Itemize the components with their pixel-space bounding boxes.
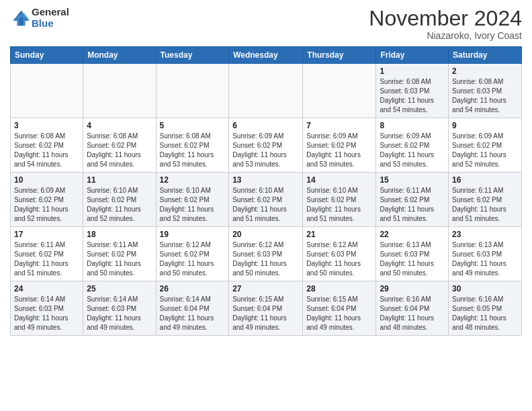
day-info: Sunrise: 6:12 AM Sunset: 6:03 PM Dayligh… [232,240,299,278]
day-info: Sunrise: 6:10 AM Sunset: 6:02 PM Dayligh… [232,186,299,224]
calendar-day: 8Sunrise: 6:09 AM Sunset: 6:02 PM Daylig… [376,118,449,173]
day-info: Sunrise: 6:08 AM Sunset: 6:03 PM Dayligh… [380,77,445,115]
day-info: Sunrise: 6:15 AM Sunset: 6:04 PM Dayligh… [306,295,372,332]
calendar-day: 4Sunrise: 6:08 AM Sunset: 6:02 PM Daylig… [83,118,156,173]
calendar-day: 30Sunrise: 6:16 AM Sunset: 6:05 PM Dayli… [449,281,522,336]
day-info: Sunrise: 6:09 AM Sunset: 6:02 PM Dayligh… [232,132,299,169]
logo-general-text: General [32,7,69,18]
day-number: 30 [452,284,518,293]
day-info: Sunrise: 6:08 AM Sunset: 6:02 PM Dayligh… [87,132,152,169]
logo: General Blue [10,7,69,29]
weekday-header-wednesday: Wednesday [229,47,303,64]
weekday-header-row: SundayMondayTuesdayWednesdayThursdayFrid… [11,47,522,64]
day-number: 1 [380,66,445,76]
day-number: 8 [380,121,445,130]
calendar-day: 1Sunrise: 6:08 AM Sunset: 6:03 PM Daylig… [376,64,449,118]
calendar-day: 7Sunrise: 6:09 AM Sunset: 6:02 PM Daylig… [303,118,376,173]
calendar-day: 24Sunrise: 6:14 AM Sunset: 6:03 PM Dayli… [11,281,83,336]
day-info: Sunrise: 6:11 AM Sunset: 6:02 PM Dayligh… [380,186,445,224]
calendar-day [229,64,303,118]
logo-text: General Blue [32,7,69,29]
calendar-day: 3Sunrise: 6:08 AM Sunset: 6:02 PM Daylig… [11,118,83,173]
day-info: Sunrise: 6:10 AM Sunset: 6:02 PM Dayligh… [160,186,226,224]
calendar-day: 16Sunrise: 6:11 AM Sunset: 6:02 PM Dayli… [449,173,522,227]
day-number: 21 [306,230,372,239]
day-number: 18 [87,230,152,239]
day-number: 16 [452,175,518,185]
weekday-header-tuesday: Tuesday [156,47,229,64]
day-number: 25 [87,284,152,293]
day-number: 14 [306,175,372,185]
day-number: 13 [232,175,299,185]
logo-blue-text: Blue [32,18,69,30]
day-info: Sunrise: 6:12 AM Sunset: 6:02 PM Dayligh… [160,240,226,278]
day-info: Sunrise: 6:14 AM Sunset: 6:03 PM Dayligh… [14,295,79,332]
day-info: Sunrise: 6:15 AM Sunset: 6:04 PM Dayligh… [232,295,299,332]
day-number: 17 [14,230,79,239]
day-number: 3 [14,121,79,130]
header: General Blue November 2024 Niazaroko, Iv… [10,7,522,41]
day-info: Sunrise: 6:11 AM Sunset: 6:02 PM Dayligh… [14,240,79,278]
calendar-week-1: 1Sunrise: 6:08 AM Sunset: 6:03 PM Daylig… [11,64,522,118]
calendar-day [83,64,156,118]
day-number: 23 [452,230,518,239]
calendar-day: 25Sunrise: 6:14 AM Sunset: 6:03 PM Dayli… [83,281,156,336]
day-number: 9 [452,121,518,130]
title-block: November 2024 Niazaroko, Ivory Coast [369,7,522,41]
calendar-day: 14Sunrise: 6:10 AM Sunset: 6:02 PM Dayli… [303,173,376,227]
day-number: 22 [380,230,445,239]
day-info: Sunrise: 6:08 AM Sunset: 6:03 PM Dayligh… [452,77,518,115]
day-info: Sunrise: 6:12 AM Sunset: 6:03 PM Dayligh… [306,240,372,278]
calendar: SundayMondayTuesdayWednesdayThursdayFrid… [10,46,522,336]
calendar-week-3: 10Sunrise: 6:09 AM Sunset: 6:02 PM Dayli… [11,173,522,227]
calendar-day: 15Sunrise: 6:11 AM Sunset: 6:02 PM Dayli… [376,173,449,227]
day-number: 10 [14,175,79,185]
calendar-day: 6Sunrise: 6:09 AM Sunset: 6:02 PM Daylig… [229,118,303,173]
calendar-day [156,64,229,118]
day-info: Sunrise: 6:13 AM Sunset: 6:03 PM Dayligh… [452,240,518,278]
day-info: Sunrise: 6:08 AM Sunset: 6:02 PM Dayligh… [160,132,226,169]
day-number: 6 [232,121,299,130]
calendar-day: 29Sunrise: 6:16 AM Sunset: 6:04 PM Dayli… [376,281,449,336]
weekday-header-thursday: Thursday [303,47,376,64]
day-info: Sunrise: 6:10 AM Sunset: 6:02 PM Dayligh… [306,186,372,224]
calendar-day: 19Sunrise: 6:12 AM Sunset: 6:02 PM Dayli… [156,227,229,281]
calendar-day [303,64,376,118]
calendar-day: 28Sunrise: 6:15 AM Sunset: 6:04 PM Dayli… [303,281,376,336]
calendar-day: 18Sunrise: 6:11 AM Sunset: 6:02 PM Dayli… [83,227,156,281]
day-info: Sunrise: 6:16 AM Sunset: 6:05 PM Dayligh… [452,295,518,332]
calendar-week-4: 17Sunrise: 6:11 AM Sunset: 6:02 PM Dayli… [11,227,522,281]
day-info: Sunrise: 6:14 AM Sunset: 6:03 PM Dayligh… [87,295,152,332]
day-number: 27 [232,284,299,293]
calendar-day: 2Sunrise: 6:08 AM Sunset: 6:03 PM Daylig… [449,64,522,118]
day-number: 2 [452,66,518,76]
day-info: Sunrise: 6:14 AM Sunset: 6:04 PM Dayligh… [160,295,226,332]
calendar-week-5: 24Sunrise: 6:14 AM Sunset: 6:03 PM Dayli… [11,281,522,336]
calendar-day: 21Sunrise: 6:12 AM Sunset: 6:03 PM Dayli… [303,227,376,281]
day-number: 24 [14,284,79,293]
day-number: 11 [87,175,152,185]
day-info: Sunrise: 6:13 AM Sunset: 6:03 PM Dayligh… [380,240,445,278]
calendar-day: 20Sunrise: 6:12 AM Sunset: 6:03 PM Dayli… [229,227,303,281]
main-title: November 2024 [369,7,522,30]
day-number: 19 [160,230,226,239]
calendar-day: 12Sunrise: 6:10 AM Sunset: 6:02 PM Dayli… [156,173,229,227]
day-number: 15 [380,175,445,185]
calendar-day: 23Sunrise: 6:13 AM Sunset: 6:03 PM Dayli… [449,227,522,281]
calendar-day: 11Sunrise: 6:10 AM Sunset: 6:02 PM Dayli… [83,173,156,227]
day-number: 4 [87,121,152,130]
day-info: Sunrise: 6:08 AM Sunset: 6:02 PM Dayligh… [14,132,79,169]
day-number: 7 [306,121,372,130]
calendar-body: 1Sunrise: 6:08 AM Sunset: 6:03 PM Daylig… [11,64,522,336]
day-number: 12 [160,175,226,185]
calendar-day: 13Sunrise: 6:10 AM Sunset: 6:02 PM Dayli… [229,173,303,227]
calendar-day [11,64,83,118]
calendar-day: 5Sunrise: 6:08 AM Sunset: 6:02 PM Daylig… [156,118,229,173]
calendar-day: 9Sunrise: 6:09 AM Sunset: 6:02 PM Daylig… [449,118,522,173]
day-info: Sunrise: 6:09 AM Sunset: 6:02 PM Dayligh… [452,132,518,169]
day-info: Sunrise: 6:11 AM Sunset: 6:02 PM Dayligh… [87,240,152,278]
calendar-day: 17Sunrise: 6:11 AM Sunset: 6:02 PM Dayli… [11,227,83,281]
day-number: 20 [232,230,299,239]
day-info: Sunrise: 6:09 AM Sunset: 6:02 PM Dayligh… [380,132,445,169]
weekday-header-monday: Monday [83,47,156,64]
